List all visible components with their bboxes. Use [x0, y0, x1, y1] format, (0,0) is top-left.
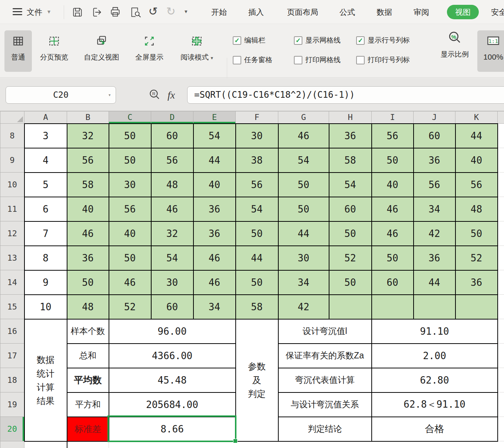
- cell[interactable]: 52: [109, 295, 151, 319]
- cell[interactable]: 56: [236, 173, 278, 197]
- file-menu[interactable]: 文件: [27, 0, 42, 24]
- redo-icon[interactable]: ↻: [165, 5, 177, 18]
- print-preview-icon[interactable]: [129, 6, 142, 19]
- cell-value[interactable]: 45.48: [109, 368, 236, 392]
- formula-input[interactable]: =SQRT((C19-C16*C18^2)/(C16-1)): [187, 86, 504, 104]
- cell[interactable]: 40: [455, 148, 498, 173]
- cell[interactable]: 46: [193, 270, 236, 295]
- row-header[interactable]: 16: [0, 319, 24, 344]
- cell[interactable]: [67, 441, 109, 448]
- cell[interactable]: 3: [24, 124, 67, 148]
- column-header-d[interactable]: D: [151, 111, 193, 124]
- cell[interactable]: 44: [414, 270, 455, 295]
- checkbox-show-gridlines[interactable]: ✓ 显示网格线: [294, 36, 341, 45]
- cell[interactable]: 36: [193, 221, 236, 246]
- cell[interactable]: 56: [109, 197, 151, 221]
- cell[interactable]: 32: [67, 124, 109, 148]
- cell[interactable]: 56: [455, 173, 498, 197]
- row-header[interactable]: 13: [0, 246, 24, 270]
- cell[interactable]: 50: [329, 270, 372, 295]
- cell-outside-table[interactable]: [498, 392, 504, 417]
- cell[interactable]: 58: [329, 148, 372, 173]
- cell-value[interactable]: 205684.00: [109, 392, 236, 417]
- tab-review[interactable]: 审阅: [408, 0, 434, 24]
- reading-mode-button[interactable]: 阅读模式 ▾: [174, 30, 219, 72]
- column-header-a[interactable]: A: [24, 111, 67, 124]
- cell[interactable]: 7: [24, 221, 67, 246]
- cell[interactable]: 42: [278, 295, 329, 319]
- export-icon[interactable]: [90, 6, 103, 19]
- row-header[interactable]: 18: [0, 368, 24, 392]
- cell[interactable]: 6: [24, 197, 67, 221]
- cell-label[interactable]: 设计弯沉值l: [278, 319, 372, 344]
- cell-outside-table[interactable]: [498, 368, 504, 392]
- cell[interactable]: 56: [67, 148, 109, 173]
- row-header-selected[interactable]: 20: [0, 417, 24, 441]
- cell-label-stddev[interactable]: 标准差: [67, 417, 109, 441]
- cell[interactable]: 34: [278, 270, 329, 295]
- cell[interactable]: [455, 295, 498, 319]
- cell[interactable]: 50: [109, 246, 151, 270]
- cell[interactable]: 48: [151, 173, 193, 197]
- cell[interactable]: 54: [236, 197, 278, 221]
- cell[interactable]: [372, 295, 414, 319]
- custom-view-button[interactable]: 自定义视图: [78, 30, 125, 72]
- row-header[interactable]: 11: [0, 197, 24, 221]
- insert-function-icon[interactable]: fx: [168, 86, 175, 104]
- cell-label[interactable]: 总和: [67, 344, 109, 368]
- cell-selected[interactable]: 8.66: [109, 417, 236, 441]
- cell[interactable]: 54: [151, 246, 193, 270]
- cell[interactable]: 34: [193, 295, 236, 319]
- cell-value[interactable]: 62.80: [372, 368, 498, 392]
- cell-outside-table[interactable]: [498, 295, 504, 319]
- cell[interactable]: 40: [109, 221, 151, 246]
- cell-outside-table[interactable]: [498, 124, 504, 148]
- chevron-down-icon[interactable]: ▾: [47, 0, 50, 24]
- cell[interactable]: 54: [329, 173, 372, 197]
- row-header[interactable]: 15: [0, 295, 24, 319]
- undo-icon[interactable]: ↺: [147, 5, 159, 18]
- cell[interactable]: 58: [67, 173, 109, 197]
- cell[interactable]: 36: [193, 197, 236, 221]
- chevron-down-icon[interactable]: ▾: [108, 87, 111, 103]
- cell-outside-table[interactable]: [498, 417, 504, 441]
- cell-outside-table[interactable]: [498, 344, 504, 368]
- cell[interactable]: 50: [278, 197, 329, 221]
- cell[interactable]: 60: [151, 124, 193, 148]
- tab-home[interactable]: 开始: [206, 0, 232, 24]
- cell-label[interactable]: 平均数: [67, 368, 109, 392]
- cell-value[interactable]: 91.10: [372, 319, 498, 344]
- cell-label[interactable]: 判定结论: [278, 417, 372, 441]
- cell-outside-table[interactable]: [498, 246, 504, 270]
- row-header[interactable]: [0, 441, 24, 448]
- checkbox-print-gridlines[interactable]: 打印网格线: [294, 55, 341, 65]
- cell[interactable]: [24, 441, 67, 448]
- print-icon[interactable]: [109, 6, 122, 19]
- cell[interactable]: 5: [24, 173, 67, 197]
- cell[interactable]: 30: [236, 124, 278, 148]
- cell[interactable]: 34: [414, 197, 455, 221]
- cell[interactable]: 52: [455, 246, 498, 270]
- cell-outside-table[interactable]: [498, 173, 504, 197]
- column-header-k[interactable]: K: [455, 111, 498, 124]
- column-header-b[interactable]: B: [67, 111, 109, 124]
- checkbox-print-headings[interactable]: 打印行号列标: [356, 55, 410, 65]
- cell[interactable]: 9: [24, 270, 67, 295]
- cell[interactable]: 30: [151, 270, 193, 295]
- cell[interactable]: 4: [24, 148, 67, 173]
- cell[interactable]: 8: [24, 246, 67, 270]
- cell-label[interactable]: 保证率有关的系数Za: [278, 344, 372, 368]
- cell[interactable]: 60: [151, 295, 193, 319]
- cell-label[interactable]: 与设计弯沉值关系: [278, 392, 372, 417]
- cell[interactable]: [109, 441, 504, 448]
- cell[interactable]: 50: [109, 148, 151, 173]
- search-icon[interactable]: R: [148, 88, 161, 103]
- select-all-corner[interactable]: [0, 111, 24, 124]
- cell[interactable]: 56: [414, 173, 455, 197]
- cell-value[interactable]: 2.00: [372, 344, 498, 368]
- cell[interactable]: 44: [455, 124, 498, 148]
- cell[interactable]: 46: [67, 221, 109, 246]
- cell[interactable]: 40: [193, 173, 236, 197]
- cell[interactable]: 52: [329, 246, 372, 270]
- cell[interactable]: 50: [372, 246, 414, 270]
